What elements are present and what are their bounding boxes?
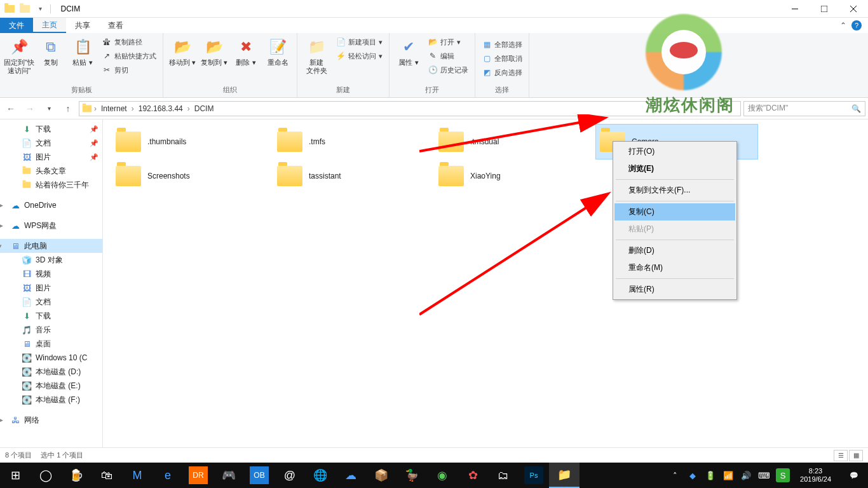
recent-dropdown[interactable]: ▾: [41, 100, 57, 117]
content-pane[interactable]: .thumbnails .tmfs .tmsdual Camera Screen…: [103, 119, 868, 447]
address-bar[interactable]: › Internet › 192.168.3.44 › DCIM: [79, 101, 741, 116]
nav-wps[interactable]: ▶☁WPS网盘: [0, 219, 102, 233]
newfolder-button[interactable]: 📁新建文件夹: [301, 34, 332, 75]
back-button[interactable]: ←: [3, 100, 19, 117]
view-details-button[interactable]: ☰: [834, 450, 848, 461]
nav-pictures[interactable]: 🖼图片📌: [0, 150, 102, 164]
folder-item[interactable]: tassistant: [273, 159, 435, 193]
nav-folder[interactable]: 站着待你三千年: [0, 178, 102, 192]
search-input[interactable]: 搜索"DCIM" 🔍: [743, 101, 865, 116]
moveto-button[interactable]: 📂移动到 ▾: [167, 34, 198, 67]
action-center-button[interactable]: 💬: [841, 463, 867, 488]
tray-expand-icon[interactable]: ˄: [669, 470, 681, 481]
taskbar-edge[interactable]: e: [153, 463, 183, 488]
nav-documents[interactable]: 📄文档: [0, 295, 102, 309]
close-button[interactable]: [839, 0, 868, 18]
folder-item[interactable]: .thumbnails: [112, 125, 273, 159]
taskbar-app[interactable]: 🍺: [61, 463, 92, 488]
ctx-properties[interactable]: 属性(R): [614, 281, 735, 298]
breadcrumb-item[interactable]: 192.168.3.44: [136, 104, 186, 113]
nav-downloads[interactable]: ⬇下载: [0, 309, 102, 323]
tab-share[interactable]: 共享: [66, 18, 99, 33]
tray-wifi-icon[interactable]: 📶: [722, 470, 734, 481]
taskbar-app[interactable]: 🛍: [92, 463, 122, 488]
expand-icon[interactable]: ▶: [0, 202, 3, 208]
ctx-copytofolder[interactable]: 复制到文件夹(F)...: [614, 182, 735, 199]
open-button[interactable]: 📂打开 ▾: [425, 36, 471, 48]
taskbar-app[interactable]: DR: [189, 466, 208, 484]
nav-drive-d[interactable]: 💽本地磁盘 (D:): [0, 365, 102, 379]
taskbar-explorer[interactable]: 📁: [549, 463, 580, 488]
nav-drive-e[interactable]: 💽本地磁盘 (E:): [0, 379, 102, 393]
breadcrumb-item[interactable]: DCIM: [192, 104, 217, 113]
nav-downloads[interactable]: ⬇下载📌: [0, 122, 102, 136]
start-button[interactable]: ⊞: [0, 463, 31, 488]
nav-desktop[interactable]: 🖥桌面: [0, 337, 102, 351]
nav-drive-f[interactable]: 💽本地磁盘 (F:): [0, 393, 102, 407]
taskbar-app[interactable]: @: [275, 463, 305, 488]
nav-music[interactable]: 🎵音乐: [0, 323, 102, 337]
navigation-pane[interactable]: ⬇下载📌 📄文档📌 🖼图片📌 头条文章 站着待你三千年 ▶☁OneDrive ▶…: [0, 119, 103, 447]
breadcrumb-item[interactable]: Internet: [98, 104, 130, 113]
nav-documents[interactable]: 📄文档📌: [0, 136, 102, 150]
taskbar-app[interactable]: ✿: [458, 463, 488, 488]
taskbar-app[interactable]: 📦: [366, 463, 397, 488]
paste-shortcut-button[interactable]: ↗粘贴快捷方式: [99, 50, 159, 62]
ctx-browse[interactable]: 浏览(E): [614, 160, 735, 177]
selectall-button[interactable]: ▦全部选择: [479, 38, 525, 51]
ctx-copy[interactable]: 复制(C): [614, 203, 735, 220]
taskbar-photoshop[interactable]: Ps: [524, 466, 543, 484]
invertselection-button[interactable]: ◩反向选择: [479, 66, 525, 79]
expand-icon[interactable]: ▶: [0, 417, 3, 423]
taskbar-app[interactable]: ◉: [427, 463, 458, 488]
forward-button[interactable]: →: [22, 100, 38, 117]
tab-file[interactable]: 文件: [0, 18, 33, 33]
expand-icon[interactable]: ▶: [0, 222, 3, 229]
tray-icon[interactable]: ◆: [687, 470, 698, 481]
qat-dropdown[interactable]: ▾: [33, 2, 47, 16]
copy-path-button[interactable]: 🛣复制路径: [99, 36, 159, 48]
cortana-button[interactable]: ◯: [31, 463, 61, 488]
minimize-button[interactable]: [780, 0, 810, 18]
taskbar-app[interactable]: 🦆: [397, 463, 427, 488]
help-icon[interactable]: ?: [851, 20, 862, 30]
tab-view[interactable]: 查看: [99, 18, 132, 33]
tray-volume-icon[interactable]: 🔊: [740, 470, 752, 481]
rename-button[interactable]: 📝重命名: [262, 34, 293, 67]
nav-drive-c[interactable]: 💽Windows 10 (C: [0, 351, 102, 365]
ctx-open[interactable]: 打开(O): [614, 143, 735, 160]
folder-item[interactable]: Screenshots: [112, 159, 273, 193]
selectnone-button[interactable]: ▢全部取消: [479, 52, 525, 65]
maximize-button[interactable]: [810, 0, 839, 18]
qat-item[interactable]: [18, 2, 32, 16]
collapse-icon[interactable]: ▾: [0, 243, 2, 249]
folder-item[interactable]: .tmfs: [273, 125, 435, 159]
properties-button[interactable]: ✔属性 ▾: [393, 34, 424, 67]
up-button[interactable]: ↑: [60, 100, 76, 117]
taskbar-app[interactable]: ☁: [336, 463, 366, 488]
taskbar-app[interactable]: 🎮: [214, 463, 244, 488]
history-button[interactable]: 🕒历史记录: [425, 64, 471, 76]
nav-pictures[interactable]: 🖼图片: [0, 281, 102, 295]
tray-ime-icon[interactable]: ⌨: [758, 470, 770, 481]
view-icons-button[interactable]: ▦: [849, 450, 863, 461]
taskbar-chrome[interactable]: 🌐: [305, 463, 336, 488]
copy-button[interactable]: ⧉复制: [36, 34, 66, 67]
copyto-button[interactable]: 📂复制到 ▾: [199, 34, 229, 67]
tab-home[interactable]: 主页: [33, 18, 66, 33]
ribbon-collapse-icon[interactable]: ⌃: [840, 21, 846, 30]
pin-quickaccess-button[interactable]: 📌固定到"快速访问": [4, 34, 34, 75]
nav-onedrive[interactable]: ▶☁OneDrive: [0, 198, 102, 212]
nav-videos[interactable]: 🎞视频: [0, 267, 102, 281]
newitem-button[interactable]: 📄新建项目 ▾: [333, 36, 385, 48]
tray-battery-icon[interactable]: 🔋: [705, 470, 716, 481]
nav-thispc[interactable]: ▾🖥此电脑: [0, 239, 102, 253]
taskbar-app[interactable]: OB: [250, 466, 269, 484]
ctx-rename[interactable]: 重命名(M): [614, 259, 735, 276]
edit-button[interactable]: ✎编辑: [425, 50, 471, 62]
cut-button[interactable]: ✂剪切: [99, 64, 159, 76]
nav-folder[interactable]: 头条文章: [0, 164, 102, 178]
folder-item[interactable]: XiaoYing: [435, 159, 596, 193]
delete-button[interactable]: ✖删除 ▾: [231, 34, 261, 67]
easyaccess-button[interactable]: ⚡轻松访问 ▾: [333, 50, 385, 62]
